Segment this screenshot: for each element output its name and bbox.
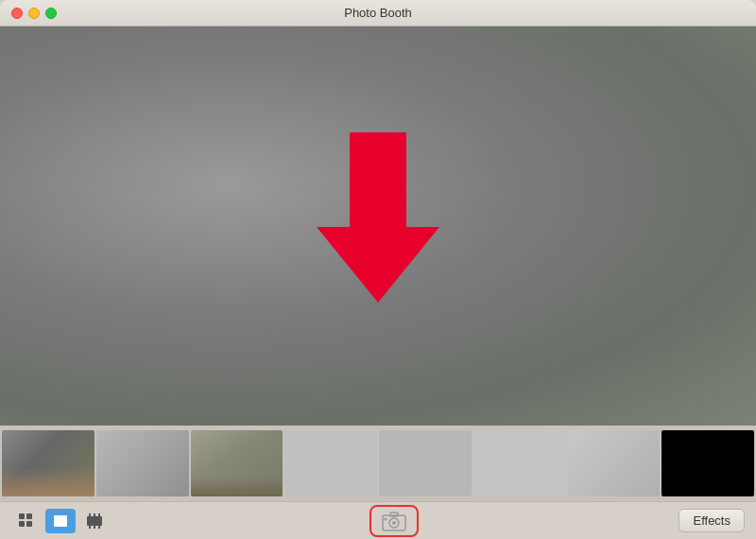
red-arrow-indicator — [317, 132, 439, 303]
thumbnail-2[interactable] — [96, 430, 189, 496]
svg-point-16 — [385, 517, 387, 520]
thumbnail-4[interactable] — [284, 430, 377, 496]
effects-button[interactable]: Effects — [679, 509, 745, 532]
thumbnail-6[interactable] — [473, 430, 566, 496]
svg-rect-15 — [390, 513, 398, 516]
svg-rect-1 — [26, 513, 32, 519]
camera-icon — [382, 511, 406, 531]
single-view-button[interactable] — [45, 509, 76, 533]
viewfinder — [0, 26, 756, 426]
close-button[interactable] — [11, 8, 23, 19]
maximize-button[interactable] — [45, 8, 57, 19]
svg-rect-2 — [19, 521, 25, 527]
bottom-toolbar: Effects — [0, 501, 756, 539]
thumbnail-strip — [0, 426, 756, 501]
window-controls[interactable] — [11, 8, 57, 19]
film-view-button[interactable] — [79, 509, 110, 533]
thumbnail-3[interactable] — [191, 430, 284, 496]
svg-rect-3 — [26, 521, 32, 527]
window-title: Photo Booth — [344, 6, 412, 20]
svg-point-14 — [392, 521, 396, 525]
arrow-head — [317, 227, 439, 303]
grid-view-button[interactable] — [11, 509, 42, 533]
svg-rect-11 — [98, 525, 100, 529]
arrow-stem — [350, 132, 406, 227]
single-icon — [52, 513, 69, 530]
svg-rect-10 — [94, 525, 95, 529]
svg-rect-6 — [89, 513, 91, 517]
grid-icon — [18, 513, 35, 530]
svg-rect-9 — [89, 525, 91, 529]
thumbnail-1[interactable] — [2, 430, 94, 496]
minimize-button[interactable] — [28, 8, 40, 19]
capture-button-inner — [377, 509, 411, 533]
svg-rect-0 — [19, 513, 25, 519]
thumbnail-7[interactable] — [568, 430, 661, 496]
film-icon — [86, 513, 103, 530]
titlebar: Photo Booth — [0, 0, 756, 26]
capture-button[interactable] — [369, 505, 419, 537]
svg-rect-4 — [54, 515, 67, 527]
svg-rect-8 — [98, 513, 100, 517]
svg-rect-7 — [94, 513, 95, 517]
thumbnail-5[interactable] — [379, 430, 472, 496]
effects-area: Effects — [679, 509, 745, 532]
view-mode-buttons — [11, 509, 110, 533]
svg-rect-5 — [87, 516, 102, 526]
thumbnail-8[interactable] — [662, 430, 754, 496]
capture-button-area — [369, 505, 419, 537]
